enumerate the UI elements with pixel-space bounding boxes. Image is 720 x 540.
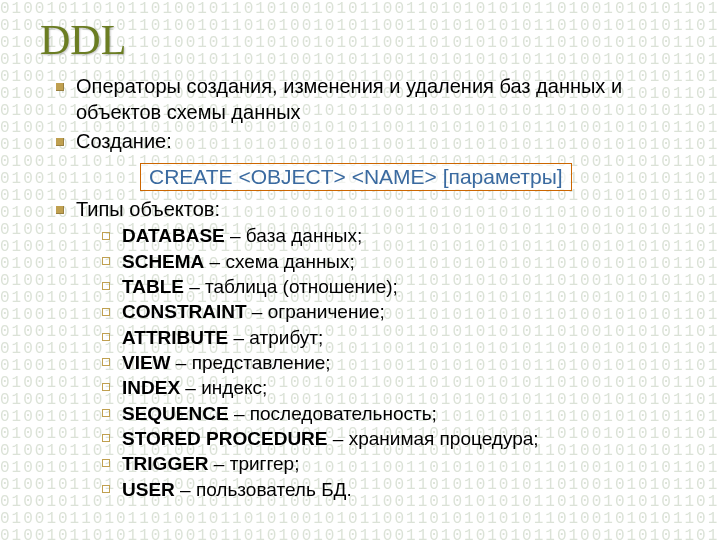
object-type-keyword: TRIGGER xyxy=(122,453,209,474)
bg-line: 0100101101011010010110101001010110011010… xyxy=(0,510,720,527)
object-type-description: – хранимая процедура; xyxy=(328,428,539,449)
list-item-text: Создание: xyxy=(76,130,172,152)
object-type-item: CONSTRAINT – ограничение; xyxy=(102,300,660,324)
object-type-description: – пользователь БД. xyxy=(175,479,352,500)
object-type-keyword: USER xyxy=(122,479,175,500)
object-type-item: USER – пользователь БД. xyxy=(102,478,660,502)
syntax-box: CREATE <OBJECT> <NAME> [параметры] xyxy=(140,163,572,191)
object-type-item: STORED PROCEDURE – хранимая процедура; xyxy=(102,427,660,451)
object-type-description: – представление; xyxy=(171,352,331,373)
object-type-keyword: SCHEMA xyxy=(122,251,204,272)
types-outer-list: Типы объектов: DATABASE – база данных;SC… xyxy=(40,197,660,502)
object-type-keyword: SEQUENCE xyxy=(122,403,229,424)
list-item: Создание: xyxy=(56,129,660,155)
object-type-description: – атрибут; xyxy=(228,327,323,348)
object-type-item: TABLE – таблица (отношение); xyxy=(102,275,660,299)
object-type-item: DATABASE – база данных; xyxy=(102,224,660,248)
object-type-keyword: DATABASE xyxy=(122,225,225,246)
object-type-description: – индекс; xyxy=(180,377,267,398)
object-type-keyword: VIEW xyxy=(122,352,171,373)
object-types-list: DATABASE – база данных;SCHEMA – схема да… xyxy=(76,224,660,501)
object-type-keyword: CONSTRAINT xyxy=(122,301,247,322)
slide: 0100101101011010010110101001010110011010… xyxy=(0,0,720,540)
main-list: Операторы создания, изменения и удаления… xyxy=(40,74,660,155)
object-type-item: VIEW – представление; xyxy=(102,351,660,375)
syntax-text: CREATE <OBJECT> <NAME> [параметры] xyxy=(149,165,563,188)
object-type-item: SEQUENCE – последовательность; xyxy=(102,402,660,426)
object-type-keyword: ATTRIBUTE xyxy=(122,327,228,348)
list-item-text: Типы объектов: xyxy=(76,198,220,220)
list-item: Типы объектов: DATABASE – база данных;SC… xyxy=(56,197,660,502)
object-type-description: – таблица (отношение); xyxy=(184,276,398,297)
object-type-item: TRIGGER – триггер; xyxy=(102,452,660,476)
slide-title: DDL xyxy=(40,10,660,64)
object-type-description: – схема данных; xyxy=(204,251,354,272)
object-type-item: SCHEMA – схема данных; xyxy=(102,250,660,274)
list-item: Операторы создания, изменения и удаления… xyxy=(56,74,660,125)
slide-content: DDL Операторы создания, изменения и удал… xyxy=(40,10,660,502)
object-type-item: INDEX – индекс; xyxy=(102,376,660,400)
list-item-text: Операторы создания, изменения и удаления… xyxy=(76,75,622,123)
object-type-description: – ограничение; xyxy=(247,301,385,322)
object-type-description: – триггер; xyxy=(209,453,300,474)
bg-line: 0100101101011010010110101001010110011010… xyxy=(0,527,720,540)
object-type-description: – последовательность; xyxy=(229,403,437,424)
object-type-keyword: TABLE xyxy=(122,276,184,297)
object-type-description: – база данных; xyxy=(225,225,363,246)
object-type-item: ATTRIBUTE – атрибут; xyxy=(102,326,660,350)
object-type-keyword: STORED PROCEDURE xyxy=(122,428,328,449)
object-type-keyword: INDEX xyxy=(122,377,180,398)
